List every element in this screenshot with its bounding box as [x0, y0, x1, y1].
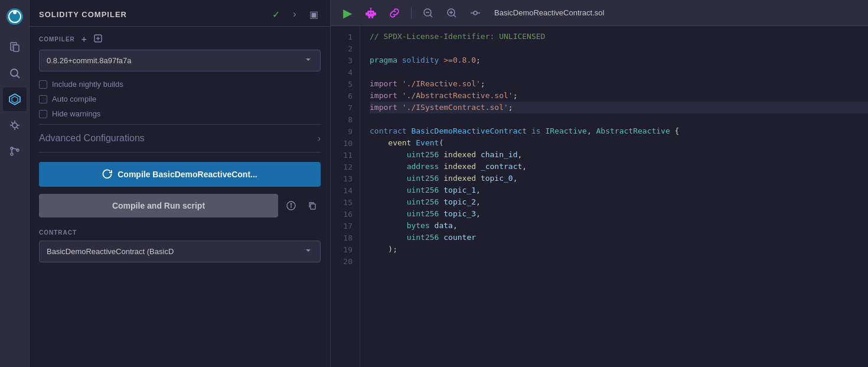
code-line: uint256 indexed chain_id, — [370, 149, 868, 161]
line-number: 12 — [331, 161, 360, 173]
line-number: 8 — [331, 113, 360, 125]
sidebar-content: COMPILER ＋ 0.8.26+commit.8a97fa7a Includ… — [30, 27, 330, 367]
zoom-out-icon[interactable] — [419, 4, 438, 22]
code-lines: // SPDX-License-Identifier: UNLICENSED p… — [360, 26, 868, 367]
svg-point-8 — [11, 69, 18, 76]
compile-run-row: Compile and Run script — [39, 194, 321, 217]
chain-link-icon[interactable] — [385, 4, 404, 22]
git-icon[interactable] — [3, 139, 27, 163]
line-number: 7 — [331, 102, 360, 113]
line-number: 18 — [331, 232, 360, 243]
svg-line-39 — [430, 15, 432, 17]
git-commit-icon[interactable] — [466, 4, 485, 22]
sidebar-panel: SOLIDITY COMPILER ✓ › ▣ COMPILER ＋ 0.8.2… — [30, 0, 331, 367]
code-line: uint256 topic_3, — [370, 208, 868, 220]
contract-section-label: CONTRACT — [39, 229, 321, 236]
line-number: 15 — [331, 196, 360, 208]
contract-dropdown[interactable]: BasicDemoReactiveContract (BasicD — [39, 241, 321, 262]
auto-compile-label: Auto compile — [52, 95, 96, 103]
code-line: contract BasicDemoReactiveContract is IR… — [370, 125, 868, 137]
line-numbers: 1234567891011121314151617181920 — [331, 26, 360, 367]
editor-area: ▶ — [331, 0, 868, 367]
compile-button-label: Compile BasicDemoReactiveCont... — [118, 170, 257, 179]
contract-value: BasicDemoReactiveContract (BasicD — [47, 247, 174, 256]
run-info-icon[interactable] — [283, 197, 299, 214]
line-number: 10 — [331, 137, 360, 149]
line-number: 16 — [331, 208, 360, 220]
debug-icon[interactable] — [3, 113, 27, 137]
line-number: 14 — [331, 184, 360, 196]
search-icon[interactable] — [3, 61, 27, 85]
check-icon[interactable]: ✓ — [269, 7, 283, 21]
svg-line-17 — [11, 122, 13, 124]
code-editor[interactable]: 1234567891011121314151617181920 // SPDX-… — [331, 26, 868, 367]
svg-rect-35 — [368, 17, 370, 18]
svg-line-9 — [17, 76, 19, 79]
solidity-compiler-icon[interactable] — [3, 87, 27, 111]
advanced-configurations-row[interactable]: Advanced Configurations › — [39, 124, 321, 152]
code-line: pragma solidity >=0.8.0; — [370, 54, 868, 66]
sidebar-header-icons: ✓ › ▣ — [269, 7, 321, 21]
code-line: ); — [370, 243, 868, 255]
compile-run-label: Compile and Run script — [112, 201, 205, 210]
include-nightly-label: Include nightly builds — [52, 80, 123, 89]
svg-line-43 — [453, 15, 456, 17]
code-line: import './IReactive.sol'; — [370, 78, 868, 90]
sidebar-header: SOLIDITY COMPILER ✓ › ▣ — [30, 0, 330, 27]
run-play-icon[interactable]: ▶ — [338, 4, 357, 22]
add-compiler-icon[interactable]: ＋ — [80, 34, 89, 45]
import-compiler-icon[interactable] — [93, 34, 103, 45]
advanced-configurations-label: Advanced Configurations — [39, 133, 145, 144]
line-number: 6 — [331, 90, 360, 102]
svg-point-26 — [291, 203, 292, 204]
hide-warnings-row: Hide warnings — [39, 109, 321, 118]
include-nightly-row: Include nightly builds — [39, 80, 321, 89]
line-number: 19 — [331, 243, 360, 255]
compiler-version-dropdown[interactable]: 0.8.26+commit.8a97fa7a — [39, 50, 321, 72]
robot-icon[interactable] — [361, 4, 380, 22]
compiler-section-label: COMPILER ＋ — [39, 34, 321, 45]
svg-rect-36 — [371, 17, 373, 18]
editor-toolbar: ▶ — [331, 0, 868, 26]
line-number: 9 — [331, 125, 360, 137]
code-line: import './ISystemContract.sol'; — [370, 102, 868, 113]
hide-warnings-label: Hide warnings — [52, 109, 100, 118]
svg-rect-34 — [374, 12, 376, 15]
compile-run-button[interactable]: Compile and Run script — [39, 194, 278, 217]
arrow-right-icon[interactable]: › — [288, 7, 302, 21]
dropdown-arrow-icon — [304, 55, 313, 66]
files-icon[interactable] — [3, 35, 27, 59]
code-line: import './AbstractReactive.sol'; — [370, 90, 868, 102]
contract-dropdown-arrow — [304, 246, 313, 257]
code-line — [370, 43, 868, 54]
compile-refresh-icon — [102, 169, 113, 180]
logo-icon[interactable] — [3, 5, 27, 28]
svg-line-18 — [17, 127, 18, 129]
layout-icon[interactable]: ▣ — [306, 7, 321, 21]
svg-rect-28 — [367, 11, 374, 17]
svg-point-12 — [12, 123, 17, 128]
compiler-version-value: 0.8.26+commit.8a97fa7a — [47, 56, 131, 65]
svg-point-44 — [474, 11, 477, 15]
compile-button[interactable]: Compile BasicDemoReactiveCont... — [39, 162, 321, 187]
include-nightly-checkbox[interactable] — [39, 80, 47, 89]
run-copy-icon[interactable] — [304, 197, 321, 214]
code-line: event Event( — [370, 137, 868, 149]
svg-rect-33 — [366, 12, 367, 15]
line-number: 20 — [331, 255, 360, 267]
auto-compile-checkbox[interactable] — [39, 95, 47, 103]
line-number: 3 — [331, 54, 360, 66]
line-number: 4 — [331, 66, 360, 78]
advanced-chevron-icon: › — [318, 134, 321, 143]
svg-rect-29 — [369, 12, 370, 14]
svg-marker-11 — [12, 96, 18, 103]
line-number: 5 — [331, 78, 360, 90]
line-number: 2 — [331, 43, 360, 54]
svg-rect-27 — [311, 204, 315, 209]
code-line — [370, 255, 868, 267]
zoom-in-icon[interactable] — [442, 4, 461, 22]
hide-warnings-checkbox[interactable] — [39, 110, 47, 118]
code-line — [370, 113, 868, 125]
code-line: uint256 topic_1, — [370, 184, 868, 196]
icon-bar — [0, 0, 30, 367]
